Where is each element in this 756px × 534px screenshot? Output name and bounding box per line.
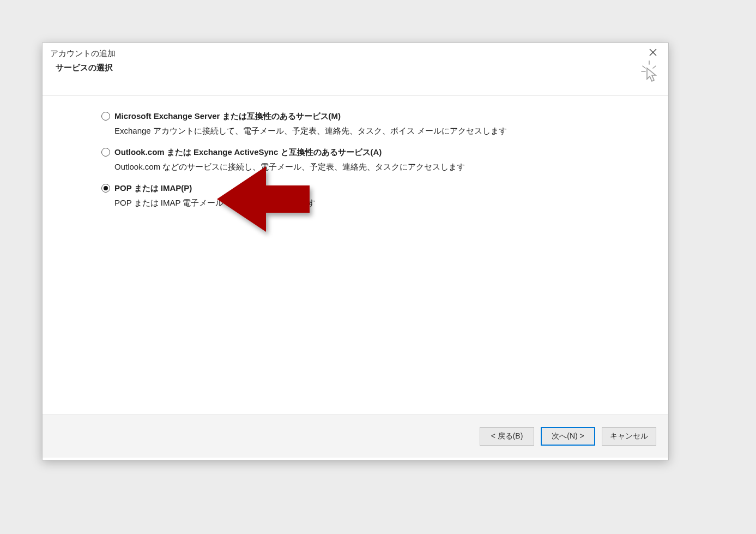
option-exchange[interactable]: Microsoft Exchange Server または互換性のあるサービス(… [101,111,646,137]
option-pop-imap-label: POP または IMAP(P) [114,183,316,194]
radio-pop-imap[interactable] [101,184,110,193]
option-pop-imap[interactable]: POP または IMAP(P) POP または IMAP 電子メール アカウント… [101,183,646,209]
wizard-footer: < 戻る(B) 次へ(N) > キャンセル [43,415,668,458]
radio-outlookcom[interactable] [101,148,110,157]
wizard-heading: サービスの選択 [56,63,113,73]
wizard-body: Microsoft Exchange Server または互換性のあるサービス(… [43,95,668,415]
radio-exchange[interactable] [101,112,110,121]
option-pop-imap-desc: POP または IMAP 電子メール アカウントに接続します [114,197,316,209]
dialog-title: アカウントの追加 [50,49,116,59]
cursor-click-icon [640,61,658,84]
close-button[interactable] [645,48,661,59]
option-exchange-label: Microsoft Exchange Server または互換性のあるサービス(… [114,111,507,122]
option-outlookcom-label: Outlook.com または Exchange ActiveSync と互換性… [114,147,465,158]
svg-line-4 [653,66,656,68]
svg-line-3 [643,66,645,68]
option-outlookcom-desc: Outlook.com などのサービスに接続し、電子メール、予定表、連絡先、タス… [114,161,465,173]
wizard-header: サービスの選択 [43,62,668,95]
add-account-dialog: アカウントの追加 サービスの選択 [42,43,669,460]
close-icon [649,49,657,56]
option-outlookcom[interactable]: Outlook.com または Exchange ActiveSync と互換性… [101,147,646,173]
back-button[interactable]: < 戻る(B) [480,427,534,446]
titlebar: アカウントの追加 [43,43,668,62]
option-exchange-desc: Exchange アカウントに接続して、電子メール、予定表、連絡先、タスク、ボイ… [114,125,507,137]
cancel-button[interactable]: キャンセル [602,427,656,446]
next-button[interactable]: 次へ(N) > [541,427,595,446]
